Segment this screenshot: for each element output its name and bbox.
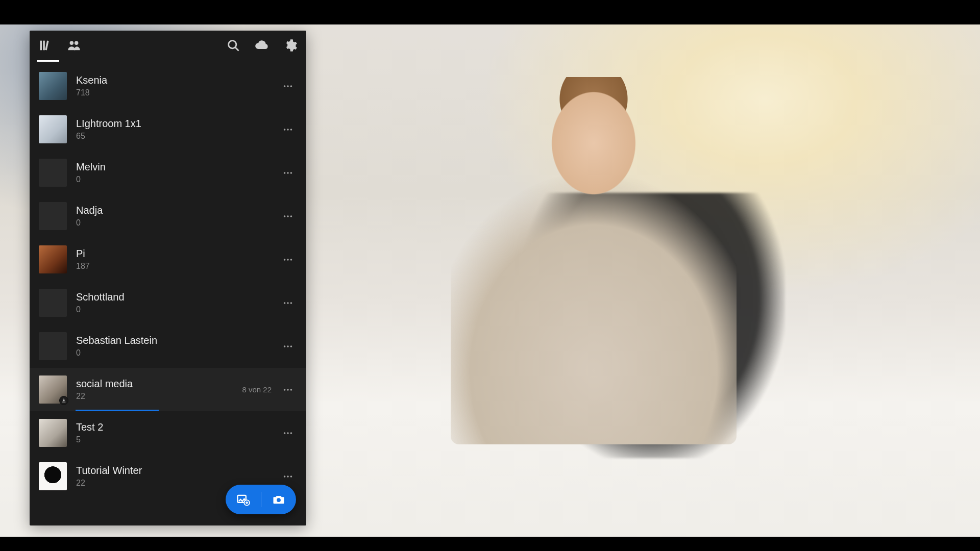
album-meta: Pi187 (76, 248, 281, 271)
svg-point-36 (287, 475, 289, 478)
import-button[interactable] (226, 485, 261, 514)
album-row[interactable]: Melvin0 (30, 151, 306, 194)
album-more-button[interactable] (281, 341, 295, 352)
svg-point-14 (287, 172, 289, 174)
more-icon (282, 211, 293, 222)
letterbox-bottom (0, 537, 980, 551)
album-thumbnail (39, 159, 67, 187)
album-more-button[interactable] (281, 428, 295, 439)
album-row[interactable]: social media228 von 22 (30, 368, 306, 411)
album-row[interactable]: Pi187 (30, 238, 306, 281)
album-more-button[interactable] (281, 167, 295, 179)
album-more-button[interactable] (281, 254, 295, 265)
more-icon (282, 384, 293, 395)
album-title: Tutorial Winter (76, 465, 281, 477)
album-count: 22 (76, 392, 242, 401)
album-title: LIghtroom 1x1 (76, 118, 281, 130)
svg-point-23 (287, 302, 289, 304)
album-count: 0 (76, 175, 281, 184)
album-thumbnail (39, 115, 67, 143)
svg-point-32 (284, 432, 286, 434)
album-thumbnail (39, 289, 67, 317)
people-icon (67, 38, 81, 53)
album-count: 0 (76, 305, 281, 314)
svg-point-17 (287, 215, 289, 217)
svg-point-9 (290, 85, 292, 87)
album-more-button[interactable] (281, 384, 295, 395)
album-row[interactable]: LIghtroom 1x165 (30, 108, 306, 151)
search-button[interactable] (225, 37, 242, 54)
album-meta: Melvin0 (76, 161, 281, 184)
svg-point-31 (290, 389, 292, 391)
svg-point-30 (287, 389, 289, 391)
album-thumbnail (39, 332, 67, 360)
library-icon (38, 38, 53, 53)
album-title: Test 2 (76, 421, 281, 433)
svg-point-19 (284, 259, 286, 261)
svg-rect-2 (45, 41, 48, 51)
album-meta: Sebastian Lastein0 (76, 335, 281, 358)
more-icon (282, 81, 293, 92)
album-thumbnail (39, 202, 67, 230)
shared-tab[interactable] (65, 37, 83, 54)
album-list[interactable]: Ksenia718LIghtroom 1x165Melvin0Nadja0Pi1… (30, 64, 306, 525)
svg-line-6 (235, 47, 238, 51)
album-row[interactable]: Nadja0 (30, 194, 306, 238)
add-fab (226, 485, 296, 514)
album-meta: Nadja0 (76, 205, 281, 228)
album-thumbnail (39, 419, 67, 447)
svg-point-34 (290, 432, 292, 434)
gear-icon (283, 38, 298, 53)
album-title: Melvin (76, 161, 281, 173)
svg-point-33 (287, 432, 289, 434)
svg-point-11 (287, 129, 289, 131)
topbar (30, 31, 306, 60)
svg-point-5 (229, 41, 236, 48)
album-more-button[interactable] (281, 124, 295, 135)
svg-point-20 (287, 259, 289, 261)
album-row[interactable]: Test 25 (30, 411, 306, 455)
album-more-button[interactable] (281, 471, 295, 482)
library-tab[interactable] (37, 37, 54, 54)
album-row[interactable]: Ksenia718 (30, 64, 306, 108)
download-badge (59, 396, 68, 405)
album-thumbnail (39, 375, 67, 404)
download-badge-icon (61, 398, 66, 403)
album-more-button[interactable] (281, 81, 295, 92)
album-more-button[interactable] (281, 297, 295, 309)
album-row[interactable]: Schottland0 (30, 281, 306, 324)
more-icon (282, 428, 293, 439)
camera-button[interactable] (261, 485, 297, 514)
svg-point-3 (70, 41, 74, 45)
lightroom-panel: Ksenia718LIghtroom 1x165Melvin0Nadja0Pi1… (30, 31, 306, 525)
album-more-button[interactable] (281, 211, 295, 222)
svg-point-12 (290, 129, 292, 131)
album-count: 718 (76, 88, 281, 97)
more-icon (282, 471, 293, 482)
svg-point-35 (284, 475, 286, 478)
svg-point-10 (284, 129, 286, 131)
cloud-button[interactable] (253, 37, 271, 54)
album-count: 5 (76, 435, 281, 444)
svg-point-29 (284, 389, 286, 391)
svg-point-18 (290, 215, 292, 217)
album-row[interactable]: Sebastian Lastein0 (30, 324, 306, 368)
album-count: 0 (76, 348, 281, 358)
more-icon (282, 167, 293, 179)
album-meta: LIghtroom 1x165 (76, 118, 281, 141)
more-icon (282, 341, 293, 352)
camera-icon (272, 492, 286, 507)
album-count: 187 (76, 262, 281, 271)
album-meta: social media22 (76, 378, 242, 401)
background-person (451, 77, 737, 444)
album-meta: Ksenia718 (76, 74, 281, 97)
settings-button[interactable] (282, 37, 299, 54)
more-icon (282, 254, 293, 265)
album-title: Schottland (76, 291, 281, 303)
svg-point-42 (277, 498, 281, 502)
album-title: Sebastian Lastein (76, 335, 281, 346)
svg-point-8 (287, 85, 289, 87)
svg-point-37 (290, 475, 292, 478)
album-thumbnail (39, 245, 67, 273)
search-icon (226, 38, 240, 53)
